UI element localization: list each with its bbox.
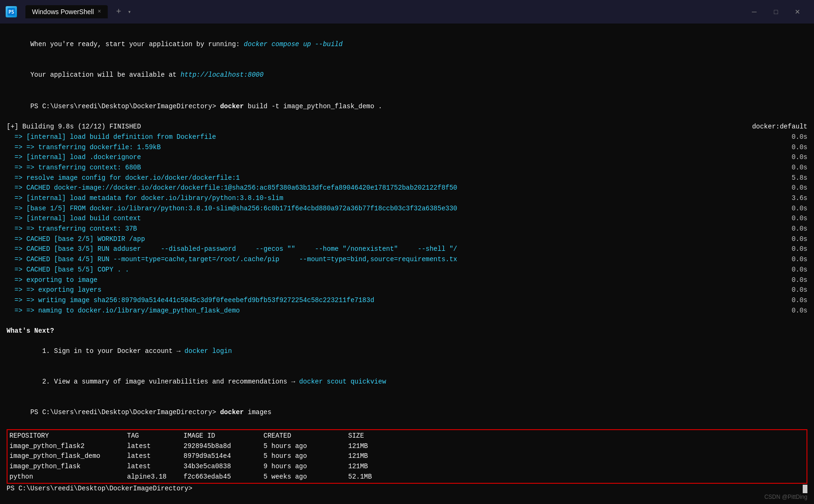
table-row: image_python_flask_demo latest 8979d9a51… [8, 451, 806, 462]
step-4: => => transferring context: 680B 0.0s [7, 163, 807, 173]
building-line: [+] Building 9.8s (12/12) FINISHED docke… [7, 122, 807, 132]
add-tab-button[interactable]: + [116, 7, 121, 16]
building-right: docker:default [747, 122, 807, 132]
whats-next-item-1: 1. Sign in to your Docker account → dock… [7, 336, 807, 367]
minimize-button[interactable]: ─ [743, 0, 765, 24]
col-tag: TAG [127, 431, 184, 441]
watermark: CSDN @PittDing [764, 494, 807, 500]
active-tab[interactable]: Windows PowerShell × [25, 5, 108, 18]
table-row: python alpine3.18 f2c663edab45 5 weeks a… [8, 472, 806, 482]
intro-url: http://localhost:8000 [181, 71, 263, 79]
build-cmd-rest: build -t image_python_flask_demo . [244, 103, 382, 110]
col-created: CREATED [263, 431, 348, 441]
titlebar: PS Windows PowerShell × + ▾ ─ □ ✕ [0, 0, 814, 24]
docker-images-table: REPOSITORY TAG IMAGE ID CREATED SIZE ima… [7, 429, 807, 484]
step-8: => [base 1/5] FROM docker.io/library/pyt… [7, 204, 807, 214]
step-16: => => exporting layers 0.0s [7, 285, 807, 296]
whats-next-item-2: 2. View a summary of image vulnerabiliti… [7, 367, 807, 398]
final-prompt-text: PS C:\Users\reedi\Desktop\DockerImageDir… [7, 484, 196, 494]
step-3: => [internal] load .dockerignore 0.0s [7, 152, 807, 163]
step-13: => CACHED [base 4/5] RUN --mount=type=ca… [7, 255, 807, 265]
build-prompt: PS C:\Users\reedi\Desktop\DockerImageDir… [30, 103, 220, 110]
svg-text:PS: PS [8, 9, 14, 15]
col-size: SIZE [348, 431, 395, 441]
intro-static-2: Your application will be available at [30, 71, 180, 79]
intro-line-1: When you're ready, start your applicatio… [7, 29, 807, 60]
step-17: => => writing image sha256:8979d9a514e44… [7, 296, 807, 306]
step-2: => => transferring dockerfile: 1.59kB 0.… [7, 143, 807, 153]
tab-dropdown-button[interactable]: ▾ [128, 8, 131, 16]
close-tab-button[interactable]: × [98, 8, 101, 15]
cursor [803, 485, 807, 493]
intro-cmd-1: docker compose up --build [244, 40, 343, 48]
step-6: => CACHED docker-image://docker.io/docke… [7, 183, 807, 193]
tab-title: Windows PowerShell [32, 8, 94, 16]
whats-next-title: What's Next? [7, 326, 807, 336]
step-14: => CACHED [base 5/5] COPY . . 0.0s [7, 265, 807, 275]
step-10: => => transferring context: 37B 0.0s [7, 224, 807, 234]
step-11: => CACHED [base 2/5] WORKDIR /app 0.0s [7, 234, 807, 245]
step-7: => [internal] load metadata for docker.i… [7, 193, 807, 204]
app-icon: PS [6, 6, 17, 17]
table-row: image_python_flask latest 34b3e5ca0838 9… [8, 462, 806, 472]
terminal-content: When you're ready, start your applicatio… [0, 24, 814, 504]
step-9: => [internal] load build context 0.0s [7, 214, 807, 224]
col-image-id: IMAGE ID [184, 431, 263, 441]
building-text: [+] Building 9.8s (12/12) FINISHED [7, 122, 747, 132]
table-header-row: REPOSITORY TAG IMAGE ID CREATED SIZE [8, 431, 806, 441]
col-repository: REPOSITORY [9, 431, 127, 441]
close-button[interactable]: ✕ [787, 0, 808, 24]
intro-line-2: Your application will be available at ht… [7, 60, 807, 90]
step-15: => exporting to image 0.0s [7, 275, 807, 286]
build-cmd-docker: docker [220, 103, 244, 110]
intro-static-1: When you're ready, start your applicatio… [30, 40, 244, 48]
images-command-line: PS C:\Users\reedi\Desktop\DockerImageDir… [7, 398, 807, 428]
maximize-button[interactable]: □ [765, 0, 787, 24]
step-1: => [internal] load build definition from… [7, 132, 807, 143]
final-prompt-line[interactable]: PS C:\Users\reedi\Desktop\DockerImageDir… [7, 484, 807, 494]
window-controls: ─ □ ✕ [743, 0, 808, 24]
build-command-line: PS C:\Users\reedi\Desktop\DockerImageDir… [7, 91, 807, 122]
step-12: => CACHED [base 3/5] RUN adduser --disab… [7, 244, 807, 255]
whats-next-blank [7, 316, 807, 326]
step-18: => => naming to docker.io/library/image_… [7, 306, 807, 316]
step-5: => resolve image config for docker.io/do… [7, 173, 807, 184]
table-row: image_python_flask2 latest 2928945b8a8d … [8, 441, 806, 452]
